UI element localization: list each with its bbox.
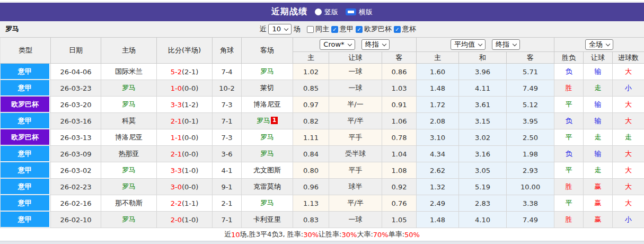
- checkbox-label: 意杯: [402, 24, 416, 34]
- away-team-name[interactable]: 克雷莫纳: [253, 182, 281, 190]
- corner-cell: 7-3: [213, 97, 242, 113]
- radio-icon-vertical[interactable]: [315, 8, 322, 15]
- eu-home-odds: 4.34: [417, 146, 459, 162]
- away-team-cell: 尤文图斯: [242, 162, 293, 179]
- section-title-bar: 近期战绩 竖版 横版: [0, 3, 644, 21]
- filter-checkbox-europa[interactable]: ✓ 欧罗巴杯: [356, 24, 392, 34]
- checkbox-icon[interactable]: ✓: [394, 26, 401, 33]
- col-header-home: 主场: [101, 38, 157, 64]
- score-cell: 3-0(0-0): [157, 179, 213, 195]
- ah-home-odds: 0.96: [293, 179, 329, 195]
- checkbox-icon[interactable]: ✓: [356, 26, 363, 33]
- summary-segment: 30%: [341, 231, 357, 239]
- fulltime-score: 2-0: [171, 216, 182, 224]
- result-handicap: 走: [584, 162, 613, 179]
- away-team-name[interactable]: 莱切: [260, 84, 274, 92]
- home-team-name[interactable]: 热那亚: [119, 150, 139, 158]
- col-header-away: 客场: [242, 38, 293, 64]
- filter-checkbox-serie-a[interactable]: ✓ 意甲: [331, 24, 354, 34]
- summary-line: 近10场,胜3平4负3, 胜率:30% 让胜率:30% 大率:70% 单率:50…: [0, 228, 644, 241]
- eu-away-odds: 1.98: [507, 146, 554, 162]
- home-team-name[interactable]: 科莫: [122, 117, 136, 125]
- league-cell: 意甲: [1, 212, 51, 228]
- checkbox-label: 意甲: [340, 24, 354, 34]
- away-team-cell: 罗马: [242, 146, 293, 162]
- away-team-name[interactable]: 罗马: [257, 117, 270, 125]
- home-team-name[interactable]: 国际米兰: [115, 67, 143, 75]
- league-badge: 意甲: [1, 64, 49, 79]
- away-team-cell: 克雷莫纳: [242, 179, 293, 195]
- score-cell: 2-1(0-0): [157, 146, 213, 162]
- league-cell: 欧罗巴杯: [1, 129, 51, 146]
- result-wdl: 平: [554, 195, 584, 212]
- halftime-score: (0-1): [182, 117, 198, 125]
- away-team-name[interactable]: 尤文图斯: [253, 166, 281, 174]
- radio-icon-horizontal[interactable]: [346, 8, 356, 15]
- result-goals: 小: [613, 80, 644, 97]
- bookmaker-select[interactable]: Crow*: [320, 39, 355, 50]
- home-team-name[interactable]: 博洛尼亚: [115, 133, 143, 141]
- eu-odds-type-select[interactable]: 终指: [492, 39, 520, 50]
- result-handicap: 输: [584, 146, 613, 162]
- league-cell: 意甲: [1, 80, 51, 97]
- result-handicap: 赢: [584, 179, 613, 195]
- eu-draw-odds: 3.96: [459, 64, 507, 80]
- ah-away-odds: 0.91: [382, 97, 417, 113]
- home-team-cell: 科莫: [101, 113, 157, 129]
- summary-segment: 70%: [373, 231, 389, 239]
- corner-cell: 7-3: [213, 129, 242, 146]
- result-scope-select[interactable]: 全场: [585, 39, 613, 50]
- filter-checkbox-same-home[interactable]: 同主: [307, 24, 329, 34]
- away-team-name[interactable]: 罗马: [260, 67, 274, 75]
- result-wdl: 平: [554, 162, 584, 179]
- ah-odds-type-select[interactable]: 终指: [361, 39, 390, 50]
- layout-radio-vertical[interactable]: 竖版: [315, 7, 338, 17]
- result-goals: 大: [613, 179, 644, 195]
- chevron-down-icon: [478, 42, 482, 46]
- league-badge: 意甲: [1, 146, 49, 161]
- match-date: 26-03-20: [51, 97, 101, 113]
- away-team-name[interactable]: 罗马: [260, 199, 274, 207]
- league-cell: 意甲: [1, 162, 51, 179]
- result-goals: 走: [613, 129, 644, 146]
- away-team-name[interactable]: 博洛尼亚: [253, 100, 281, 108]
- result-wdl: 负: [554, 146, 584, 162]
- ah-odds-group-header: Crow* 终指: [293, 38, 417, 52]
- result-goals: 大: [613, 64, 644, 80]
- red-card-badge: 1: [271, 117, 278, 124]
- away-team-name[interactable]: 罗马: [260, 133, 274, 141]
- away-team-name[interactable]: 卡利亚里: [253, 215, 281, 223]
- home-team-name[interactable]: 罗马: [122, 215, 136, 223]
- league-badge: 意甲: [1, 113, 49, 128]
- section-title: 近期战绩: [271, 6, 307, 18]
- match-date: 26-04-06: [51, 64, 101, 80]
- home-team-name[interactable]: 那不勒斯: [115, 199, 143, 207]
- home-team-name[interactable]: 罗马: [122, 166, 136, 174]
- halftime-score: (1-2): [182, 101, 198, 109]
- home-team-cell: 国际米兰: [101, 64, 157, 80]
- checkbox-icon[interactable]: [307, 26, 314, 33]
- summary-segment: 大率:: [357, 230, 373, 239]
- home-team-name[interactable]: 罗马: [122, 100, 136, 108]
- home-team-name[interactable]: 罗马: [122, 84, 136, 92]
- checkbox-icon[interactable]: ✓: [331, 26, 338, 33]
- score-cell: 2-2(1-1): [157, 195, 213, 212]
- match-date: 26-02-16: [51, 195, 101, 212]
- ah-line: 平手: [329, 129, 382, 146]
- ah-line: 平手: [329, 162, 382, 179]
- match-count-value: 10: [272, 25, 281, 33]
- sub-header-ah-home: 主: [293, 52, 329, 64]
- eu-odds-source-select[interactable]: 平均值: [451, 39, 486, 50]
- layout-radio-horizontal[interactable]: 横版: [346, 7, 373, 17]
- score-cell: 1-0(0-0): [157, 80, 213, 97]
- match-count-select[interactable]: 10: [268, 24, 292, 34]
- filter-controls: 近 10 场 同主 ✓ 意甲 ✓ 欧罗巴杯 ✓ 意杯: [259, 24, 416, 34]
- result-wdl: 负: [554, 64, 584, 80]
- home-team-name[interactable]: 罗马: [122, 182, 136, 190]
- filter-checkbox-coppa[interactable]: ✓ 意杯: [394, 24, 416, 34]
- away-team-name[interactable]: 罗马: [260, 150, 274, 158]
- home-team-cell: 罗马: [101, 162, 157, 179]
- match-row: 意甲26-02-16那不勒斯2-2(1-1)2-1罗马1.13平/半0.762.…: [1, 195, 644, 212]
- fulltime-score: 2-1: [171, 117, 182, 125]
- league-cell: 意甲: [1, 146, 51, 162]
